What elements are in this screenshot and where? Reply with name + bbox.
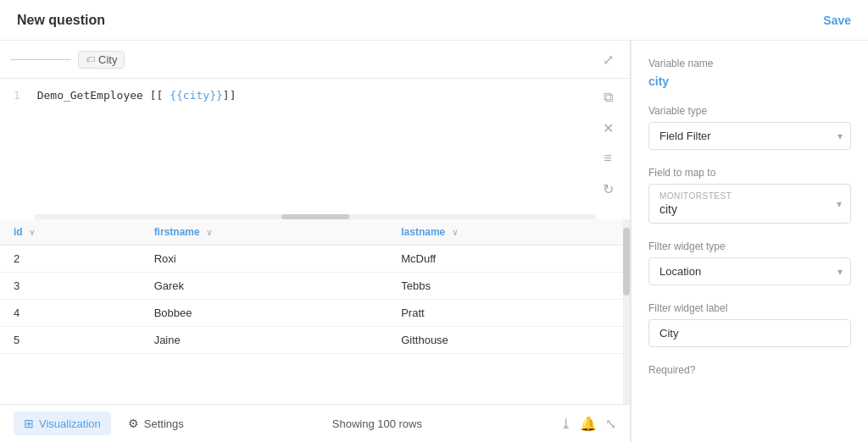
code-editor[interactable]: 1 Demo_GetEmployee [[ {{city}}]]	[0, 79, 586, 214]
tag-label: City	[98, 53, 117, 66]
gear-icon: ⚙	[128, 417, 139, 430]
results-table: id ∨ firstname ∨ lastname ∨	[0, 219, 630, 354]
variable-name-section: Variable name city	[648, 58, 851, 88]
filter-widget-label-section: Filter widget label	[648, 302, 851, 347]
cell-id: 2	[0, 246, 141, 273]
save-button[interactable]: Save	[823, 14, 851, 27]
table-row: 4BobbeePratt	[0, 300, 630, 327]
variable-type-section: Variable type Field Filter Text Number D…	[648, 105, 851, 150]
bottom-tabs: ⊞ Visualization ⚙ Settings	[14, 412, 194, 435]
tag-icon: 🏷	[86, 54, 95, 64]
field-to-map-sub: MONITORSTEST	[659, 191, 840, 201]
field-to-map-box[interactable]: MONITORSTEST city ▾	[648, 184, 851, 224]
visualization-tab[interactable]: ⊞ Visualization	[14, 412, 111, 435]
row-count: Showing 100 rows	[332, 417, 422, 430]
cell-lastname: Tebbs	[387, 273, 630, 300]
filter-widget-type-section: Filter widget type Location Category Non…	[648, 240, 851, 285]
settings-tab[interactable]: ⚙ Settings	[118, 412, 194, 435]
variable-type-label: Variable type	[648, 105, 851, 117]
native-query-bar: —————— 🏷 City ⤢	[0, 41, 630, 79]
col-id[interactable]: id ∨	[0, 219, 141, 246]
copy-icon[interactable]: ⧉	[596, 86, 620, 109]
format-icon[interactable]: ≡	[596, 146, 620, 170]
cell-lastname: Gitthouse	[387, 327, 630, 354]
filter-widget-label-label: Filter widget label	[648, 302, 851, 314]
cell-lastname: McDuff	[387, 246, 630, 273]
field-to-map-label: Field to map to	[648, 167, 851, 179]
variable-type-select-wrapper: Field Filter Text Number Date ▾	[648, 122, 851, 150]
right-panel: Variable name city Variable type Field F…	[631, 41, 868, 442]
variable-name-label: Variable name	[648, 58, 851, 69]
results-table-area: id ∨ firstname ∨ lastname ∨	[0, 219, 630, 404]
table-row: 5JaineGitthouse	[0, 327, 630, 354]
sort-icon-firstname: ∨	[206, 228, 212, 237]
cell-id: 4	[0, 300, 141, 327]
refresh-icon[interactable]: ↻	[596, 177, 620, 201]
filter-widget-label-input[interactable]	[648, 319, 851, 347]
table-row: 2RoxiMcDuff	[0, 246, 630, 273]
table-scrollbar[interactable]	[623, 219, 630, 404]
native-query-label: ——————	[10, 53, 71, 65]
bottom-bar: ⊞ Visualization ⚙ Settings Showing 100 r…	[0, 404, 630, 442]
cell-firstname: Roxi	[141, 246, 388, 273]
field-to-map-section: Field to map to MONITORSTEST city ▾	[648, 167, 851, 224]
grid-icon: ⊞	[24, 417, 34, 430]
field-to-map-value: city	[659, 202, 840, 216]
cell-firstname: Jaine	[141, 327, 388, 354]
variable-name-value: city	[648, 75, 851, 88]
sort-icon-id: ∨	[29, 228, 35, 237]
cell-id: 5	[0, 327, 141, 354]
filter-widget-type-wrapper: Location Category None ▾	[648, 257, 851, 285]
col-firstname[interactable]: firstname ∨	[141, 219, 388, 246]
required-label: Required?	[648, 364, 851, 376]
cell-firstname: Garek	[141, 273, 388, 300]
required-section: Required?	[648, 364, 851, 376]
fullscreen-icon[interactable]: ⤡	[605, 416, 616, 432]
cell-firstname: Bobbee	[141, 300, 388, 327]
clear-icon[interactable]: ✕	[596, 116, 620, 140]
table-container[interactable]: id ∨ firstname ∨ lastname ∨	[0, 219, 630, 404]
filter-widget-type-label: Filter widget type	[648, 240, 851, 252]
table-row: 3GarekTebbs	[0, 273, 630, 300]
cell-lastname: Pratt	[387, 300, 630, 327]
page-title: New question	[17, 13, 105, 28]
sort-icon-lastname: ∨	[452, 228, 458, 237]
line-number: 1	[14, 89, 20, 102]
variable-type-select[interactable]: Field Filter Text Number Date	[648, 122, 851, 150]
download-icon[interactable]: ⤓	[560, 416, 571, 432]
city-tag[interactable]: 🏷 City	[78, 51, 125, 69]
compress-icon[interactable]: ⤢	[596, 47, 620, 71]
code-text: Demo_GetEmployee [[ {{city}}]]	[37, 89, 236, 102]
filter-widget-type-select[interactable]: Location Category None	[648, 257, 851, 285]
bell-icon[interactable]: 🔔	[580, 416, 597, 432]
bottom-actions: ⤓ 🔔 ⤡	[560, 416, 616, 432]
col-lastname[interactable]: lastname ∨	[387, 219, 630, 246]
cell-id: 3	[0, 273, 141, 300]
